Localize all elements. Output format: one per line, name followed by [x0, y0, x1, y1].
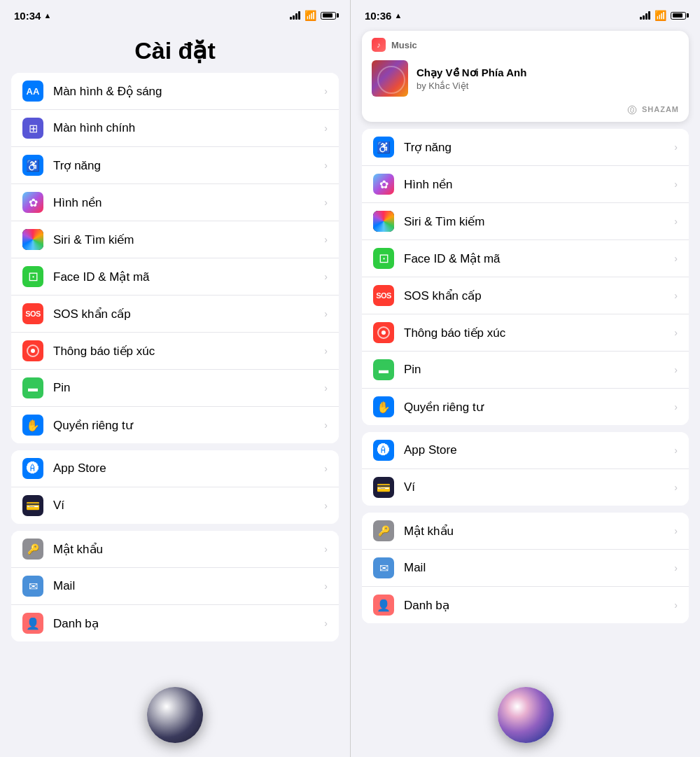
r-contact-tracing-label: Thông báo tiếp xúc: [404, 326, 668, 340]
siri-icon: [22, 229, 43, 250]
privacy-label: Quyền riêng tư: [53, 418, 318, 433]
wallpaper-icon: ✿: [22, 192, 43, 213]
r-mail-label: Mail: [404, 561, 668, 575]
chevron-icon: ›: [324, 308, 328, 319]
r-row-face-id[interactable]: ⊡ Face ID & Mật mã ›: [362, 240, 689, 277]
music-notification-card[interactable]: ♪ Music Chạy Về Nơi Phía Anh by Khắc Việ…: [362, 31, 689, 122]
right-panel: 10:36 ▲ 📶 ♪ Music Chạy Về Nơi Phía Anh: [350, 0, 700, 757]
album-art: [372, 60, 408, 97]
row-man-hinh-do-sang[interactable]: AA Màn hình & Độ sáng ›: [11, 73, 339, 110]
row-contact-tracing[interactable]: Thông báo tiếp xúc ›: [11, 333, 339, 370]
contact-tracing-label: Thông báo tiếp xúc: [53, 344, 318, 359]
settings-group-1: AA Màn hình & Độ sáng › ⊞ Màn hình chính…: [11, 73, 339, 443]
music-app-icon: ♪: [372, 38, 386, 52]
right-battery-icon: [671, 12, 686, 20]
mail-label: Mail: [53, 579, 318, 593]
chevron-icon: ›: [674, 445, 678, 456]
chevron-icon: ›: [324, 543, 328, 555]
r-row-siri[interactable]: Siri & Tìm kiếm ›: [362, 203, 689, 240]
r-row-contacts[interactable]: 👤 Danh bạ ›: [362, 587, 689, 623]
chevron-icon: ›: [674, 141, 678, 153]
settings-list[interactable]: AA Màn hình & Độ sáng › ⊞ Màn hình chính…: [0, 73, 350, 757]
r-row-pin[interactable]: ▬ Pin ›: [362, 352, 689, 389]
siri-orb[interactable]: [147, 687, 203, 743]
row-man-hinh-chinh[interactable]: ⊞ Màn hình chính ›: [11, 110, 339, 147]
chevron-icon: ›: [674, 327, 678, 338]
r-contact-tracing-icon: [373, 322, 394, 343]
music-content: Chạy Về Nơi Phía Anh by Khắc Việt: [362, 56, 689, 102]
left-panel: 10:34 ▲ 📶 Cài đặt AA Màn hình & Độ sáng: [0, 0, 350, 757]
row-sos[interactable]: SOS SOS khẩn cấp ›: [11, 296, 339, 333]
r-row-hinh-nen[interactable]: ✿ Hình nền ›: [362, 166, 689, 203]
right-settings-list[interactable]: ♿ Trợ năng › ✿ Hình nền › Siri & Tìm kiế…: [351, 129, 700, 757]
r-sos-label: SOS khẩn cấp: [404, 289, 668, 303]
home-screen-label: Màn hình chính: [53, 121, 318, 135]
row-mail[interactable]: ✉ Mail ›: [11, 568, 339, 605]
app-store-icon: 🅐: [22, 458, 43, 479]
row-privacy[interactable]: ✋ Quyền riêng tư ›: [11, 407, 339, 443]
r-contacts-label: Danh bạ: [404, 598, 668, 613]
row-siri[interactable]: Siri & Tìm kiếm ›: [11, 221, 339, 258]
r-accessibility-label: Trợ năng: [404, 140, 668, 155]
battery-icon: [321, 12, 336, 20]
r-row-privacy[interactable]: ✋ Quyền riêng tư ›: [362, 389, 689, 425]
wallet-icon: 💳: [22, 495, 43, 516]
display-brightness-icon: AA: [22, 81, 43, 102]
r-row-passwords[interactable]: 🔑 Mật khẩu ›: [362, 513, 689, 550]
r-sos-icon: SOS: [373, 285, 394, 306]
r-row-wallet[interactable]: 💳 Ví ›: [362, 469, 689, 506]
chevron-icon: ›: [324, 197, 328, 208]
signal-icon: [290, 11, 300, 20]
r-row-tro-nang[interactable]: ♿ Trợ năng ›: [362, 129, 689, 166]
right-siri-orb[interactable]: [498, 687, 554, 743]
r-wallet-label: Ví: [404, 480, 668, 494]
display-brightness-label: Màn hình & Độ sáng: [53, 84, 318, 99]
row-tro-nang[interactable]: ♿ Trợ năng ›: [11, 147, 339, 184]
battery-settings-icon: ▬: [22, 377, 43, 398]
artist-name: by Khắc Việt: [416, 81, 679, 91]
app-store-label: App Store: [53, 461, 318, 475]
right-settings-group-2: 🅐 App Store › 💳 Ví ›: [362, 432, 689, 506]
settings-header: Cài đặt: [0, 31, 350, 73]
chevron-icon: ›: [324, 419, 328, 431]
right-wifi-icon: 📶: [654, 10, 666, 21]
chevron-icon: ›: [324, 500, 328, 511]
right-status-icons: 📶: [640, 10, 686, 21]
right-time-text: 10:36: [365, 10, 391, 22]
wifi-icon: 📶: [304, 10, 316, 21]
sos-label: SOS khẩn cấp: [53, 307, 318, 321]
chevron-icon: ›: [674, 179, 678, 190]
music-footer: SHAZAM: [362, 102, 689, 122]
chevron-icon: ›: [324, 271, 328, 282]
chevron-icon: ›: [674, 525, 678, 536]
row-contacts[interactable]: 👤 Danh bạ ›: [11, 605, 339, 641]
row-app-store[interactable]: 🅐 App Store ›: [11, 450, 339, 487]
left-status-icons: 📶: [290, 10, 336, 21]
row-wallet[interactable]: 💳 Ví ›: [11, 487, 339, 524]
music-info: Chạy Về Nơi Phía Anh by Khắc Việt: [416, 67, 679, 91]
r-pin-label: Pin: [404, 363, 668, 377]
left-time: 10:34 ▲: [14, 10, 51, 22]
r-row-contact-tracing[interactable]: Thông báo tiếp xúc ›: [362, 314, 689, 352]
chevron-icon: ›: [324, 123, 328, 134]
accessibility-icon: ♿: [22, 155, 43, 176]
shazam-text: SHAZAM: [642, 105, 679, 113]
right-signal-icon: [640, 11, 650, 20]
chevron-icon: ›: [324, 160, 328, 171]
time-text: 10:34: [14, 10, 41, 22]
row-hinh-nen[interactable]: ✿ Hình nền ›: [11, 184, 339, 221]
sos-icon: SOS: [22, 303, 43, 324]
row-face-id[interactable]: ⊡ Face ID & Mật mã ›: [11, 258, 339, 296]
row-passwords[interactable]: 🔑 Mật khẩu ›: [11, 531, 339, 568]
r-battery-settings-icon: ▬: [373, 359, 394, 380]
right-settings-group-3: 🔑 Mật khẩu › ✉ Mail › 👤 Danh bạ ›: [362, 513, 689, 623]
r-row-app-store[interactable]: 🅐 App Store ›: [362, 432, 689, 469]
row-pin[interactable]: ▬ Pin ›: [11, 370, 339, 407]
r-row-sos[interactable]: SOS SOS khẩn cấp ›: [362, 277, 689, 314]
r-app-store-icon: 🅐: [373, 440, 394, 461]
wallet-label: Ví: [53, 499, 318, 513]
contacts-label: Danh bạ: [53, 616, 318, 631]
r-row-mail[interactable]: ✉ Mail ›: [362, 550, 689, 587]
music-card-header: ♪ Music: [362, 31, 689, 56]
settings-group-3: 🔑 Mật khẩu › ✉ Mail › 👤 Danh bạ ›: [11, 531, 339, 641]
